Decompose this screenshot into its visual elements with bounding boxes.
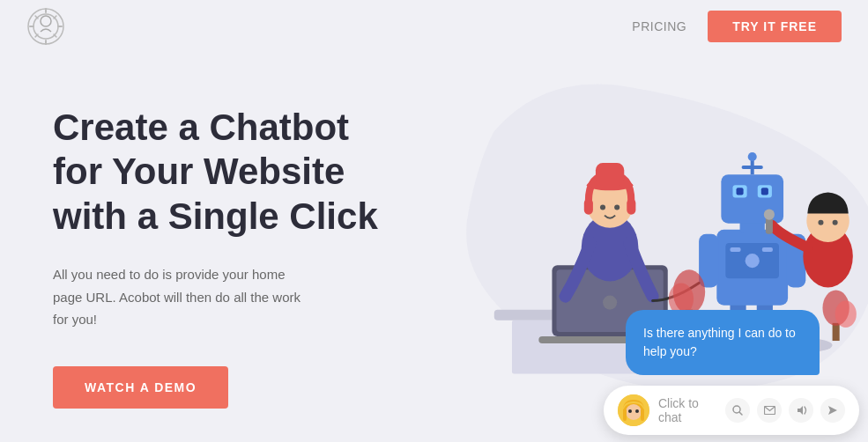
avatar-icon (618, 394, 649, 426)
svg-point-15 (600, 205, 605, 210)
logo (26, 7, 65, 46)
svg-point-2 (41, 16, 51, 26)
right-illustration: Is there anything I can do to help you? (423, 53, 868, 442)
svg-line-58 (739, 412, 742, 415)
svg-point-44 (764, 210, 775, 220)
svg-rect-14 (596, 163, 624, 186)
svg-rect-11 (584, 198, 593, 214)
svg-rect-55 (623, 409, 627, 421)
svg-rect-26 (730, 247, 740, 252)
chat-audio-button[interactable] (789, 398, 813, 423)
svg-rect-27 (762, 247, 773, 252)
search-icon (732, 405, 743, 416)
chat-bubble-text: Is there anything I can do to help you? (643, 326, 796, 358)
svg-rect-56 (641, 409, 644, 421)
navbar: PRICING TRY IT FREE (0, 0, 868, 53)
svg-marker-60 (828, 406, 837, 415)
svg-rect-12 (627, 198, 635, 214)
watch-demo-button[interactable]: WATCH A DEMO (53, 366, 228, 409)
left-content: Create a Chatbot for Your Website with a… (0, 53, 423, 442)
chat-icon-group (725, 398, 845, 423)
svg-point-41 (818, 220, 823, 225)
hero-title: Create a Chatbot for Your Website with a… (53, 106, 379, 239)
svg-point-42 (833, 220, 838, 225)
send-icon (827, 405, 838, 416)
chat-input-placeholder[interactable]: Click to chat (658, 396, 716, 424)
svg-point-25 (746, 254, 760, 268)
chat-email-button[interactable] (757, 398, 782, 423)
main-content: Create a Chatbot for Your Website with a… (0, 53, 868, 442)
audio-icon (796, 405, 807, 416)
chat-search-button[interactable] (725, 398, 750, 423)
svg-rect-38 (742, 166, 763, 169)
nav-right: PRICING TRY IT FREE (632, 11, 842, 42)
hero-subtitle: All you need to do is provide your home … (53, 263, 317, 331)
pricing-link[interactable]: PRICING (632, 19, 686, 33)
email-icon (764, 406, 775, 415)
try-it-free-button[interactable]: TRY IT FREE (708, 11, 842, 42)
svg-point-7 (603, 296, 617, 310)
svg-point-53 (628, 409, 632, 413)
chat-widget: Is there anything I can do to help you? (595, 310, 868, 442)
chat-bubble: Is there anything I can do to help you? (626, 310, 820, 375)
svg-rect-34 (737, 188, 744, 195)
chat-input-bar: Click to chat (604, 386, 859, 435)
chat-send-button[interactable] (820, 398, 845, 423)
svg-point-54 (635, 409, 639, 413)
svg-point-37 (748, 152, 757, 161)
svg-rect-35 (761, 188, 768, 195)
chat-avatar (618, 394, 649, 426)
svg-point-52 (626, 404, 642, 420)
svg-point-16 (614, 205, 619, 210)
logo-icon (26, 7, 65, 46)
